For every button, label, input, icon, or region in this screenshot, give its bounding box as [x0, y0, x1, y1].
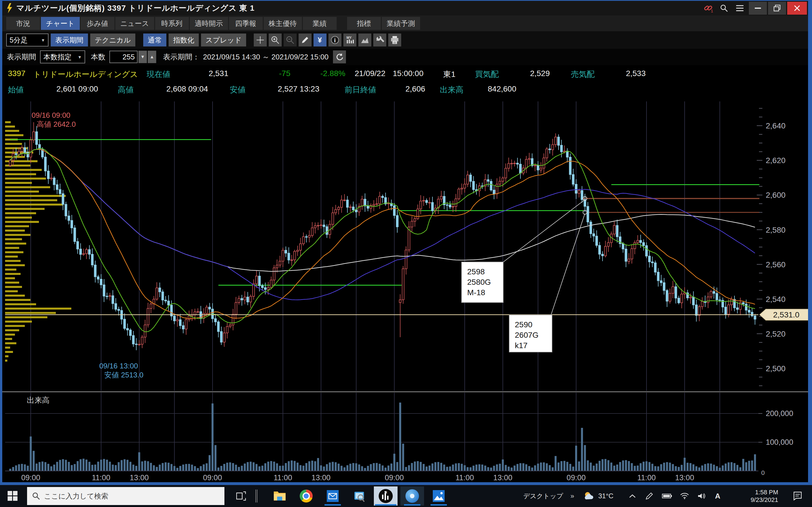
notification-icon[interactable] — [793, 485, 802, 507]
volume-bar — [443, 464, 445, 471]
reset-range-button[interactable] — [333, 50, 346, 63]
chrome-icon[interactable] — [294, 487, 318, 506]
candle-body — [91, 255, 93, 265]
volume-profile-bar — [5, 299, 31, 301]
timeframe-select[interactable]: 5分足 ▼ — [6, 34, 49, 47]
chart-annotation: 安値 2513.0 — [104, 371, 144, 379]
volume-profile-bar — [5, 238, 22, 240]
candle-body — [663, 283, 665, 291]
taskbar-search-input[interactable]: ここに入力して検索 — [27, 487, 224, 505]
candle-body — [276, 265, 278, 268]
count-up-button[interactable]: ▲ — [148, 51, 156, 63]
printer-icon[interactable] — [388, 34, 401, 47]
weather-icon[interactable] — [583, 485, 596, 507]
candle-body — [197, 312, 199, 312]
candle-body — [675, 287, 677, 298]
volume-bar — [628, 461, 630, 471]
tab-歩み値[interactable]: 歩み値 — [81, 17, 114, 30]
temperature-label[interactable]: 31°C — [598, 485, 613, 507]
zoom-in-icon[interactable] — [269, 34, 282, 47]
clock[interactable]: 1:58 PM 9/23/2021 — [733, 485, 778, 507]
volume-bar — [15, 465, 17, 471]
show-hidden-icons[interactable] — [629, 485, 636, 507]
bar-count-input[interactable]: 255 — [109, 51, 138, 63]
count-mode-select[interactable]: 本数指定 ▼ — [40, 50, 85, 63]
menu-icon[interactable] — [732, 2, 748, 15]
chevron-down-icon: ▼ — [41, 38, 45, 43]
close-button[interactable] — [787, 2, 807, 15]
candle-body — [347, 200, 349, 207]
volume-bar — [449, 466, 451, 471]
my-chart-icon[interactable]: MY — [343, 34, 356, 47]
volume-bar — [391, 464, 393, 471]
wrench-icon[interactable] — [373, 34, 386, 47]
tab-チャート[interactable]: チャート — [41, 17, 80, 30]
tab-適時開示[interactable]: 適時開示 — [190, 17, 228, 30]
count-down-button[interactable]: ▼ — [139, 51, 147, 63]
volume-bar — [106, 460, 108, 471]
toolbar-button-通常[interactable]: 通常 — [143, 34, 166, 47]
volume-bar — [291, 460, 293, 471]
volume-bar — [294, 461, 296, 471]
search-icon[interactable] — [716, 2, 732, 15]
ime-indicator[interactable]: A — [715, 485, 720, 507]
candle-body — [364, 199, 366, 206]
volume-profile-bar — [5, 177, 46, 179]
trading-app-icon-active[interactable]: R — [374, 487, 398, 506]
speaker-icon[interactable] — [698, 485, 706, 507]
mail-icon[interactable] — [321, 487, 345, 506]
candle-body — [45, 157, 47, 171]
yen-icon[interactable]: ¥ — [313, 34, 326, 47]
snip-tool-icon[interactable] — [347, 487, 371, 506]
candle-body — [15, 154, 17, 155]
tab-指標[interactable]: 指標 — [347, 17, 381, 30]
tab-業績[interactable]: 業績 — [303, 17, 337, 30]
start-button[interactable] — [0, 487, 26, 506]
tab-業績予測[interactable]: 業績予測 — [382, 17, 420, 30]
toolbar-button-表示期間[interactable]: 表示期間 — [51, 34, 88, 47]
candle-body — [575, 184, 577, 193]
restore-button[interactable] — [768, 2, 786, 15]
volume-bar — [399, 402, 401, 471]
tab-四季報[interactable]: 四季報 — [229, 17, 263, 30]
pencil-icon[interactable] — [299, 34, 312, 47]
desktop-peek-label[interactable]: デスクトップ » — [523, 485, 574, 507]
tab-ニュース[interactable]: ニュース — [115, 17, 154, 30]
photos-icon[interactable] — [427, 487, 451, 506]
candle-body — [698, 307, 700, 316]
toolbar-button-テクニカル[interactable]: テクニカル — [90, 34, 135, 47]
price-chart[interactable]: 100,000200,000025982580GM-1825902607Gk17… — [2, 97, 808, 482]
toolbar-button-スプレッド[interactable]: スプレッド — [201, 34, 246, 47]
volume-bar — [71, 465, 73, 471]
stock-name: トリドールホールディングス — [33, 69, 138, 80]
link-group-icon[interactable]: 1 — [700, 2, 716, 15]
x-axis-label: 09:00 — [203, 473, 222, 482]
task-view-icon[interactable] — [231, 487, 251, 506]
wifi-icon[interactable] — [680, 485, 689, 507]
volume-profile-bar — [5, 260, 20, 262]
area-chart-icon[interactable] — [358, 34, 371, 47]
volume-bar — [569, 464, 571, 471]
candle-body — [217, 322, 219, 332]
candle-body — [441, 196, 442, 199]
tab-株主優待[interactable]: 株主優待 — [264, 17, 302, 30]
pen-icon[interactable] — [645, 485, 654, 507]
candle-body — [378, 196, 380, 204]
volume-bar — [156, 467, 158, 471]
info-icon[interactable]: i — [328, 34, 342, 47]
minimize-button[interactable] — [749, 2, 767, 15]
candle-body — [338, 207, 340, 210]
volume-bar — [170, 464, 172, 471]
tab-時系列[interactable]: 時系列 — [155, 17, 189, 30]
bid-price: 2,529 — [522, 69, 550, 78]
file-explorer-icon[interactable] — [268, 487, 292, 506]
volume-profile-bar — [5, 325, 25, 327]
toolbar-button-指数化[interactable]: 指数化 — [168, 34, 199, 47]
tab-市況[interactable]: 市況 — [6, 17, 40, 30]
candle-body — [299, 244, 301, 250]
candle-body — [423, 201, 424, 201]
media-app-icon[interactable] — [400, 487, 424, 506]
callout-text: M-18 — [467, 288, 485, 297]
crosshair-icon[interactable] — [254, 34, 267, 47]
battery-icon[interactable] — [662, 485, 672, 507]
